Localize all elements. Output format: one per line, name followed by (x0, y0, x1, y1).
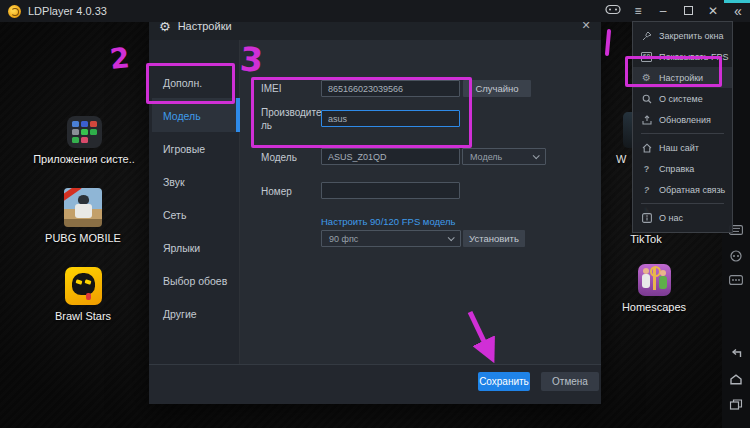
chevron-down-icon (448, 234, 455, 241)
number-label: Номер (261, 186, 292, 199)
more-options-icon[interactable] (729, 275, 743, 285)
app-brawl-stars[interactable]: Brawl Stars (27, 267, 139, 322)
app-system-apps[interactable]: Приложения систе.. (28, 116, 140, 165)
app-label: Homescapes (618, 301, 690, 313)
menu-item-help[interactable]: ? Справка (633, 158, 732, 179)
number-input[interactable] (321, 182, 460, 199)
menu-item-our-site[interactable]: Наш сайт (633, 137, 732, 158)
imei-input[interactable] (321, 80, 460, 97)
sidebar-item-shortcuts[interactable]: Ярлыки (163, 242, 200, 254)
menu-item-feedback[interactable]: ? Обратная связь (633, 179, 732, 200)
sidebar-item-wallpaper[interactable]: Выбор обоев (163, 275, 227, 287)
app-pubg-mobile[interactable]: PUBG MOBILE (27, 188, 139, 244)
menu-item-updates[interactable]: Обновления (633, 109, 732, 130)
menu-separator (641, 203, 724, 204)
fps-dropdown[interactable]: 90 фпс (321, 230, 461, 247)
manufacturer-input[interactable] (321, 110, 460, 127)
homescapes-icon (638, 264, 671, 296)
sidebar-item-model[interactable]: Модель (163, 110, 201, 122)
dialog-footer: Сохранить Отмена (149, 364, 601, 404)
dialog-sidebar: Дополн. Модель Игровые Звук Сеть Ярлыки … (149, 40, 240, 364)
manufacturer-label: Производитель (261, 107, 323, 132)
random-imei-button[interactable]: Случайно (463, 80, 531, 97)
window-titlebar: LDPlayer 4.0.33 ≡ – ✕ « (0, 0, 750, 22)
pin-icon (641, 30, 652, 41)
recent-apps-icon[interactable] (730, 399, 743, 410)
model-preset-value: Модель (470, 152, 502, 162)
menu-item-about-us[interactable]: О нас (633, 207, 732, 228)
ldplayer-logo-icon (8, 5, 21, 18)
sidebar-item-sound[interactable]: Звук (163, 176, 185, 188)
fps-dropdown-value: 90 фпс (329, 234, 358, 244)
cancel-button[interactable]: Отмена (541, 372, 599, 391)
home-nav-icon[interactable] (730, 374, 743, 385)
upload-icon (641, 114, 652, 125)
menu-separator (641, 133, 724, 134)
close-icon[interactable]: ✕ (705, 0, 721, 22)
back-icon[interactable] (730, 348, 743, 359)
chevron-down-icon (533, 152, 540, 159)
fps-60-icon: 60 (641, 51, 652, 62)
pubg-icon (64, 188, 102, 227)
home-icon (641, 142, 652, 153)
minimize-icon[interactable]: – (655, 0, 671, 22)
sidebar-item-network[interactable]: Сеть (163, 209, 186, 221)
brawl-stars-icon (65, 267, 102, 305)
sidebar-item-other[interactable]: Другие (163, 308, 197, 320)
sidebar-item-games[interactable]: Игровые (163, 143, 205, 155)
gear-icon: ⚙ (641, 72, 652, 83)
menu-item-about-system[interactable]: О системе (633, 88, 732, 109)
menu-item-settings[interactable]: ⚙ Настройки (633, 67, 732, 88)
app-label: PUBG MOBILE (27, 232, 139, 244)
app-label: Приложения систе.. (28, 153, 140, 165)
menu-icon[interactable]: ≡ (630, 0, 646, 22)
fps-model-link[interactable]: Настроить 90/120 FPS модель (321, 216, 455, 227)
app-label: TikTok (610, 233, 682, 245)
model-input[interactable] (321, 148, 460, 165)
save-button[interactable]: Сохранить (478, 372, 530, 391)
install-button[interactable]: Установить (463, 230, 525, 247)
teal-strip (724, 0, 750, 3)
collapse-icon[interactable]: « (730, 0, 746, 22)
magnifier-icon (641, 93, 652, 104)
imei-label: IMEI (261, 83, 282, 96)
menu-item-pin-windows[interactable]: Закрепить окна (633, 25, 732, 46)
feedback-question-icon: ? (641, 184, 652, 195)
menu-item-show-fps[interactable]: 60 Показывать FPS (633, 46, 732, 67)
app-homescapes[interactable]: Homescapes (618, 264, 690, 313)
context-menu: Закрепить окна 60 Показывать FPS ⚙ Настр… (632, 21, 733, 233)
settings-dialog: ⚙ Настройки ✕ Дополн. Модель Игровые Зву… (149, 12, 601, 404)
app-label: Brawl Stars (27, 310, 139, 322)
controller-icon[interactable] (730, 250, 742, 262)
model-preset-dropdown[interactable]: Модель (462, 148, 546, 165)
dialog-main-panel: IMEI Случайно Производитель Модель Модел… (240, 40, 601, 364)
question-icon: ? (641, 163, 652, 174)
gamepad-icon[interactable] (605, 0, 621, 22)
window-title: LDPlayer 4.0.33 (28, 5, 107, 17)
sidebar-item-dopoln[interactable]: Дополн. (163, 77, 202, 89)
model-label: Модель (261, 152, 297, 165)
info-icon (641, 212, 652, 223)
system-apps-icon (67, 116, 102, 148)
maximize-icon[interactable] (680, 0, 696, 22)
